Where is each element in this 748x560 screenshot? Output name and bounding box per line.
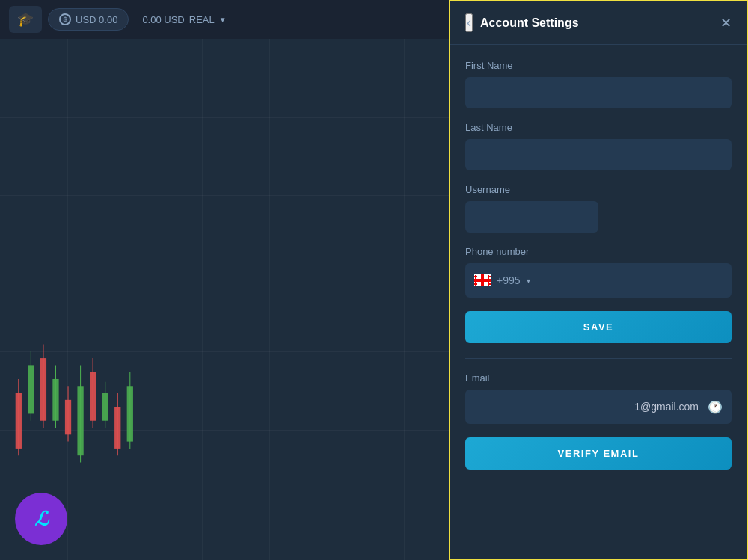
back-button[interactable]: ‹ <box>465 13 473 32</box>
save-button[interactable]: SAVE <box>465 311 732 343</box>
username-input[interactable] <box>465 201 598 233</box>
phone-field-container: +995 ▾ <box>465 263 732 298</box>
chart-area: ℒ <box>0 39 449 560</box>
email-section: Email 🕐 VERIFY EMAIL <box>465 358 732 470</box>
account-settings-panel: ‹ Account Settings ✕ First Name Last Nam… <box>449 0 748 560</box>
close-button[interactable]: ✕ <box>720 15 732 31</box>
real-label: REAL <box>189 14 215 25</box>
last-name-input[interactable] <box>465 139 732 170</box>
username-group: Username <box>465 184 732 233</box>
svg-rect-24 <box>474 276 477 277</box>
svg-rect-28 <box>474 283 477 285</box>
svg-rect-26 <box>488 276 491 277</box>
panel-content: First Name Last Name Username Phone numb… <box>450 45 747 559</box>
email-group: Email 🕐 <box>465 372 732 424</box>
phone-group: Phone number +9 <box>465 246 732 298</box>
panel-header: ‹ Account Settings ✕ <box>450 1 747 45</box>
svg-rect-30 <box>488 283 491 285</box>
username-label: Username <box>465 184 732 195</box>
balance-value: USD 0.00 <box>76 14 117 25</box>
phone-dropdown-icon[interactable]: ▾ <box>527 277 530 285</box>
clock-icon: 🕐 <box>708 400 723 414</box>
first-name-input[interactable] <box>465 77 732 108</box>
email-field-wrapper: 🕐 <box>465 390 732 424</box>
country-code-label: +995 <box>497 274 521 286</box>
panel-header-left: ‹ Account Settings <box>465 13 579 32</box>
logo-icon: 🎓 <box>17 11 34 28</box>
country-flag-icon <box>474 274 491 286</box>
svg-rect-22 <box>474 279 491 282</box>
panel-title: Account Settings <box>480 16 579 30</box>
verify-email-button[interactable]: VERIFY EMAIL <box>465 437 732 470</box>
dropdown-arrow-icon: ▼ <box>219 16 227 24</box>
last-name-label: Last Name <box>465 122 732 133</box>
currency-icon: $ <box>59 13 71 25</box>
logo-button[interactable]: 🎓 <box>9 6 42 33</box>
brand-logo: ℒ <box>15 493 67 545</box>
last-name-group: Last Name <box>465 122 732 170</box>
real-balance-value: 0.00 USD <box>142 14 184 25</box>
real-balance-display: 0.00 USD REAL ▼ <box>135 10 233 30</box>
email-input[interactable] <box>465 390 732 424</box>
phone-label: Phone number <box>465 246 732 257</box>
candlestick-chart <box>0 143 449 560</box>
first-name-label: First Name <box>465 60 732 71</box>
trading-area: 🎓 $ USD 0.00 0.00 USD REAL ▼ <box>0 0 449 560</box>
top-bar: 🎓 $ USD 0.00 0.00 USD REAL ▼ <box>0 0 449 39</box>
email-label: Email <box>465 372 732 384</box>
first-name-group: First Name <box>465 60 732 108</box>
balance-button[interactable]: $ USD 0.00 <box>48 8 129 31</box>
phone-number-input[interactable] <box>536 274 723 286</box>
